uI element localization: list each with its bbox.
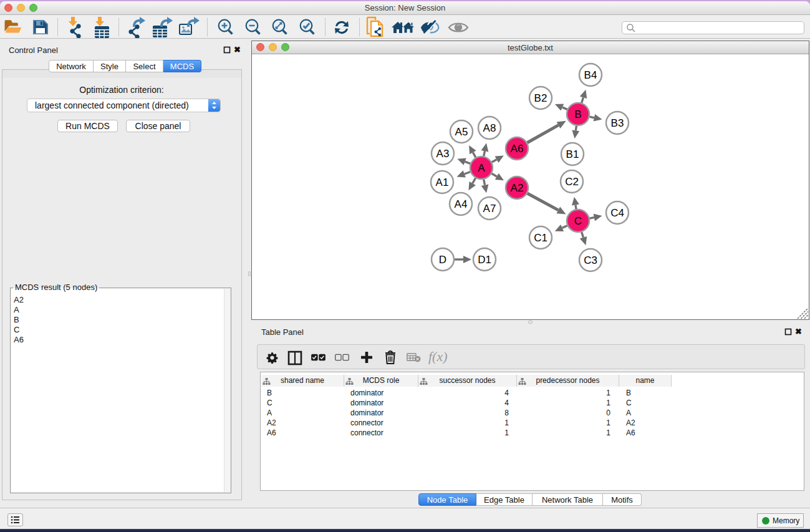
svg-text:C: C [574, 215, 582, 227]
svg-text:B3: B3 [611, 117, 624, 129]
svg-text:A1: A1 [436, 177, 449, 188]
svg-text:B2: B2 [534, 92, 547, 104]
svg-text:A: A [478, 162, 485, 174]
svg-text:D1: D1 [478, 254, 491, 266]
svg-text:A8: A8 [483, 122, 496, 134]
svg-text:A3: A3 [436, 148, 450, 160]
svg-text:A6: A6 [511, 143, 524, 155]
svg-text:B1: B1 [566, 148, 579, 160]
svg-text:A5: A5 [455, 126, 468, 138]
svg-text:C1: C1 [534, 232, 547, 244]
svg-text:C4: C4 [610, 207, 624, 219]
svg-text:A4: A4 [455, 198, 468, 210]
svg-text:C2: C2 [565, 176, 579, 188]
svg-text:B4: B4 [584, 69, 597, 81]
svg-text:A2: A2 [511, 182, 524, 194]
svg-text:D: D [439, 254, 446, 266]
svg-text:A7: A7 [483, 203, 496, 215]
svg-text:C3: C3 [584, 254, 597, 266]
svg-text:B: B [574, 109, 581, 120]
